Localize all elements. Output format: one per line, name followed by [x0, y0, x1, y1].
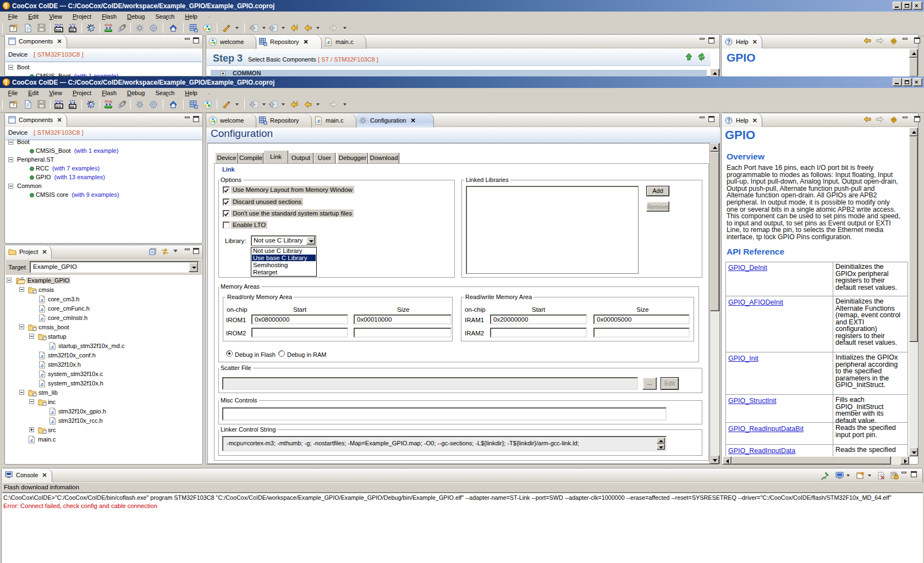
svg-text:.c: .c: [40, 297, 44, 303]
svg-text:.c: .c: [316, 118, 321, 124]
svg-text:.c: .c: [40, 372, 44, 378]
svg-text:?: ?: [727, 39, 730, 45]
svg-text:.c: .c: [40, 316, 44, 322]
svg-text:.c: .c: [40, 363, 44, 368]
svg-text:.c: .c: [30, 438, 34, 443]
svg-text:.c: .c: [40, 354, 44, 359]
svg-text:?: ?: [727, 118, 730, 124]
svg-text:.c: .c: [51, 344, 54, 350]
svg-text:.c: .c: [51, 419, 54, 424]
svg-text:.c: .c: [51, 410, 54, 415]
svg-text:.c: .c: [326, 40, 331, 45]
svg-text:.c: .c: [40, 382, 44, 387]
svg-text:C: C: [21, 277, 24, 280]
svg-text:.c: .c: [40, 307, 44, 312]
